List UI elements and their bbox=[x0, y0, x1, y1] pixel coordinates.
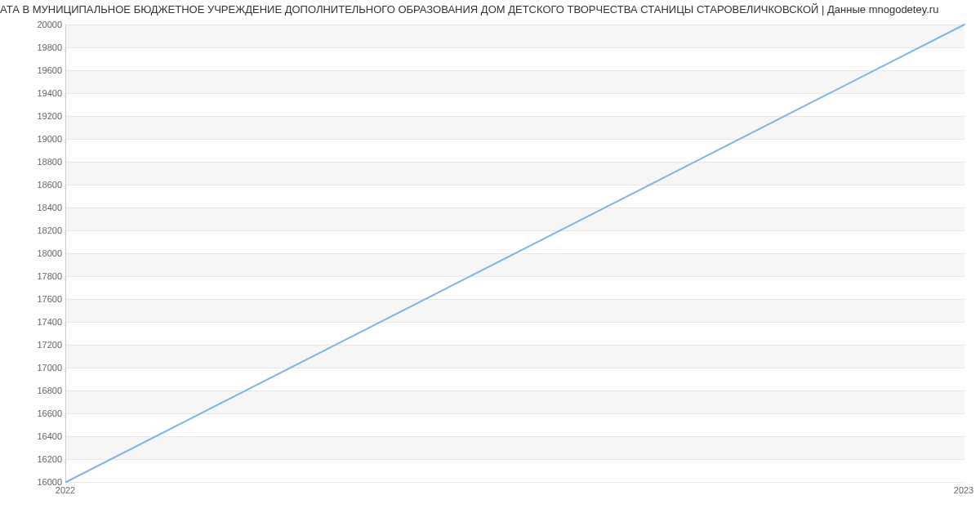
y-tick-label: 16600 bbox=[21, 408, 62, 418]
y-tick-label: 16400 bbox=[21, 431, 62, 441]
y-tick-label: 17200 bbox=[21, 340, 62, 350]
plot-area bbox=[65, 25, 964, 483]
y-tick-label: 19400 bbox=[21, 88, 62, 98]
y-tick-label: 19600 bbox=[21, 65, 62, 75]
y-tick-label: 18200 bbox=[21, 225, 62, 235]
chart-container: АТА В МУНИЦИПАЛЬНОЕ БЮДЖЕТНОЕ УЧРЕЖДЕНИЕ… bbox=[0, 0, 980, 531]
y-tick-label: 17600 bbox=[21, 294, 62, 304]
y-tick-label: 18800 bbox=[21, 157, 62, 167]
y-tick-label: 20000 bbox=[21, 20, 62, 29]
y-tick-label: 18000 bbox=[21, 248, 62, 258]
y-tick-label: 16800 bbox=[21, 386, 62, 395]
chart-title: АТА В МУНИЦИПАЛЬНОЕ БЮДЖЕТНОЕ УЧРЕЖДЕНИЕ… bbox=[0, 3, 980, 16]
y-tick-label: 19000 bbox=[21, 134, 62, 144]
x-tick-label: 2023 bbox=[954, 485, 973, 495]
y-tick-label: 18400 bbox=[21, 203, 62, 212]
x-tick-label: 2022 bbox=[56, 485, 75, 495]
y-tick-label: 17800 bbox=[21, 271, 62, 281]
y-tick-label: 16200 bbox=[21, 454, 62, 464]
y-tick-label: 17000 bbox=[21, 363, 62, 373]
gridline bbox=[66, 482, 964, 483]
y-tick-label: 17400 bbox=[21, 317, 62, 327]
y-tick-label: 19200 bbox=[21, 111, 62, 121]
series-line bbox=[66, 25, 964, 482]
series-layer bbox=[66, 25, 964, 482]
y-tick-label: 19800 bbox=[21, 42, 62, 52]
y-tick-label: 18600 bbox=[21, 180, 62, 190]
